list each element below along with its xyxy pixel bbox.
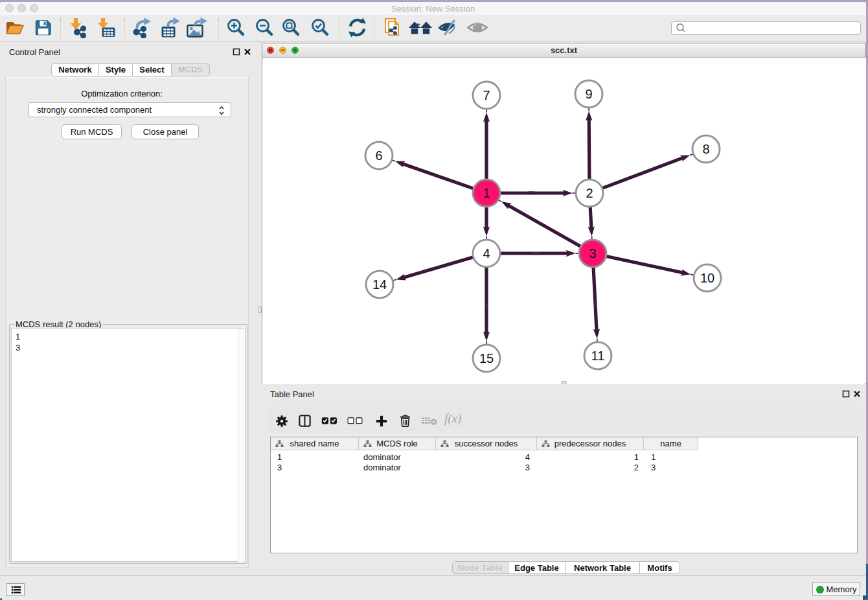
svg-text:2: 2	[586, 186, 593, 200]
svg-text:8: 8	[702, 142, 709, 156]
svg-text:7: 7	[483, 88, 490, 102]
svg-text:15: 15	[479, 351, 494, 365]
svg-text:11: 11	[591, 349, 605, 363]
svg-text:4: 4	[483, 246, 490, 260]
svg-text:14: 14	[372, 277, 387, 292]
svg-text:9: 9	[585, 87, 592, 101]
svg-text:6: 6	[375, 148, 382, 163]
svg-text:10: 10	[700, 271, 714, 285]
svg-text:1: 1	[483, 186, 490, 200]
svg-text:3: 3	[589, 246, 596, 260]
